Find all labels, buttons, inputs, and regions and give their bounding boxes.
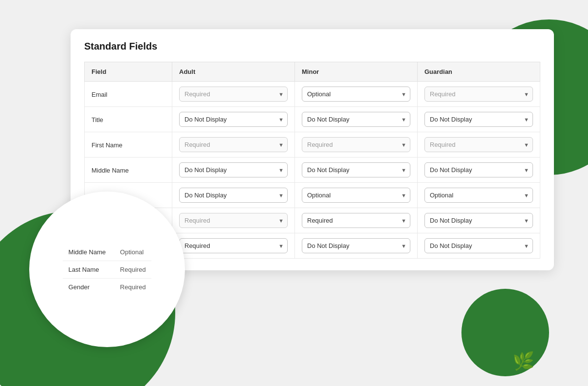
cell-guardian-title[interactable]: RequiredOptionalDo Not Display▼ — [418, 107, 540, 132]
zoom-field-middle-name: Middle Name — [69, 248, 112, 256]
select-minor-email[interactable]: RequiredOptionalDo Not Display — [302, 87, 410, 102]
cell-minor-first-name[interactable]: RequiredOptionalDo Not Display▼ — [295, 132, 418, 158]
cell-guardian-middle-name[interactable]: RequiredOptionalDo Not Display▼ — [418, 158, 540, 183]
field-name-middle-name: Middle Name — [85, 158, 172, 183]
select-guardian-last-name[interactable]: RequiredOptionalDo Not Display — [424, 213, 533, 228]
cell-adult-nickname[interactable]: RequiredOptionalDo Not Display▼ — [172, 183, 295, 208]
field-name-email: Email — [85, 82, 172, 107]
field-label: Email — [92, 91, 108, 98]
cell-guardian-gender[interactable]: RequiredOptionalDo Not Display▼ — [418, 233, 540, 259]
zoom-row-last: Last Name Required — [63, 261, 152, 279]
zoom-circle: Middle Name Optional Last Name Required … — [29, 192, 185, 347]
select-adult-nickname[interactable]: RequiredOptionalDo Not Display — [179, 188, 288, 203]
zoom-value-gender: Required — [120, 283, 146, 291]
cell-guardian-first-name[interactable]: RequiredOptionalDo Not Display▼ — [418, 132, 540, 158]
zoom-value-last-name: Required — [120, 266, 146, 273]
select-minor-title[interactable]: RequiredOptionalDo Not Display — [302, 112, 410, 127]
select-wrapper: RequiredOptionalDo Not Display▼ — [424, 87, 533, 102]
cell-minor-middle-name[interactable]: RequiredOptionalDo Not Display▼ — [295, 158, 418, 183]
select-adult-last-name[interactable]: RequiredOptionalDo Not Display — [179, 213, 288, 228]
cell-adult-middle-name[interactable]: RequiredOptionalDo Not Display▼ — [172, 158, 295, 183]
cell-guardian-email[interactable]: RequiredOptionalDo Not Display▼ — [418, 82, 540, 107]
field-name-title: Title — [85, 107, 172, 132]
plant-icon: 🌿 — [513, 351, 534, 371]
cell-adult-gender[interactable]: RequiredOptionalDo Not Display▼ — [172, 233, 295, 259]
card-title: Standard Fields — [84, 41, 540, 52]
select-wrapper: RequiredOptionalDo Not Display▼ — [302, 137, 410, 152]
bg-circle-right-bottom — [461, 289, 549, 376]
header-field: Field — [85, 62, 172, 82]
table-row: EmailRequiredOptionalDo Not Display▼Requ… — [85, 82, 540, 107]
select-adult-title[interactable]: RequiredOptionalDo Not Display — [179, 112, 288, 127]
select-wrapper: RequiredOptionalDo Not Display▼ — [302, 162, 410, 177]
select-wrapper: RequiredOptionalDo Not Display▼ — [179, 188, 288, 203]
select-guardian-email[interactable]: RequiredOptionalDo Not Display — [424, 87, 533, 102]
header-adult: Adult — [172, 62, 295, 82]
zoom-row-middle: Middle Name Optional — [63, 244, 152, 261]
select-wrapper: RequiredOptionalDo Not Display▼ — [424, 213, 533, 228]
select-wrapper: RequiredOptionalDo Not Display▼ — [302, 188, 410, 203]
select-wrapper: RequiredOptionalDo Not Display▼ — [302, 87, 410, 102]
select-wrapper: RequiredOptionalDo Not Display▼ — [424, 188, 533, 203]
table-header-row: Field Adult Minor Guardian — [85, 62, 540, 82]
select-guardian-middle-name[interactable]: RequiredOptionalDo Not Display — [424, 162, 533, 177]
zoom-field-last-name: Last Name — [69, 266, 112, 273]
zoom-field-gender: Gender — [69, 283, 112, 291]
select-wrapper: RequiredOptionalDo Not Display▼ — [179, 238, 288, 253]
select-adult-gender[interactable]: RequiredOptionalDo Not Display — [179, 238, 288, 253]
zoom-value-middle-name: Optional — [120, 248, 144, 256]
select-minor-first-name[interactable]: RequiredOptionalDo Not Display — [302, 137, 410, 152]
select-wrapper: RequiredOptionalDo Not Display▼ — [424, 162, 533, 177]
select-minor-nickname[interactable]: RequiredOptionalDo Not Display — [302, 188, 410, 203]
select-wrapper: RequiredOptionalDo Not Display▼ — [424, 238, 533, 253]
select-adult-first-name[interactable]: RequiredOptionalDo Not Display — [179, 137, 288, 152]
select-minor-middle-name[interactable]: RequiredOptionalDo Not Display — [302, 162, 410, 177]
cell-adult-first-name[interactable]: RequiredOptionalDo Not Display▼ — [172, 132, 295, 158]
select-wrapper: RequiredOptionalDo Not Display▼ — [424, 112, 533, 127]
select-wrapper: RequiredOptionalDo Not Display▼ — [179, 162, 288, 177]
table-row: First NameRequiredOptionalDo Not Display… — [85, 132, 540, 158]
table-row: NicknameRequiredOptionalDo Not Display▼R… — [85, 183, 540, 208]
cell-adult-last-name[interactable]: RequiredOptionalDo Not Display▼ — [172, 208, 295, 233]
field-label: Title — [92, 116, 103, 123]
zoom-row-gender: Gender Required — [63, 279, 152, 296]
cell-adult-title[interactable]: RequiredOptionalDo Not Display▼ — [172, 107, 295, 132]
select-wrapper: RequiredOptionalDo Not Display▼ — [302, 238, 410, 253]
select-wrapper: RequiredOptionalDo Not Display▼ — [179, 213, 288, 228]
select-wrapper: RequiredOptionalDo Not Display▼ — [179, 87, 288, 102]
cell-minor-title[interactable]: RequiredOptionalDo Not Display▼ — [295, 107, 418, 132]
header-minor: Minor — [295, 62, 418, 82]
table-row: TitleRequiredOptionalDo Not Display▼Requ… — [85, 107, 540, 132]
select-minor-last-name[interactable]: RequiredOptionalDo Not Display — [302, 213, 410, 228]
select-guardian-nickname[interactable]: RequiredOptionalDo Not Display — [424, 188, 533, 203]
select-guardian-gender[interactable]: RequiredOptionalDo Not Display — [424, 238, 533, 253]
cell-adult-email[interactable]: RequiredOptionalDo Not Display▼ — [172, 82, 295, 107]
field-name-first-name: First Name — [85, 132, 172, 158]
cell-guardian-last-name[interactable]: RequiredOptionalDo Not Display▼ — [418, 208, 540, 233]
cell-guardian-nickname[interactable]: RequiredOptionalDo Not Display▼ — [418, 183, 540, 208]
table-row: Middle NameRequiredOptionalDo Not Displa… — [85, 158, 540, 183]
select-wrapper: RequiredOptionalDo Not Display▼ — [424, 137, 533, 152]
cell-minor-nickname[interactable]: RequiredOptionalDo Not Display▼ — [295, 183, 418, 208]
cell-minor-email[interactable]: RequiredOptionalDo Not Display▼ — [295, 82, 418, 107]
select-wrapper: RequiredOptionalDo Not Display▼ — [179, 137, 288, 152]
select-wrapper: RequiredOptionalDo Not Display▼ — [302, 213, 410, 228]
field-label: First Name — [92, 141, 123, 149]
cell-minor-gender[interactable]: RequiredOptionalDo Not Display▼ — [295, 233, 418, 259]
header-guardian: Guardian — [418, 62, 540, 82]
select-adult-email[interactable]: RequiredOptionalDo Not Display — [179, 87, 288, 102]
select-wrapper: RequiredOptionalDo Not Display▼ — [302, 112, 410, 127]
cell-minor-last-name[interactable]: RequiredOptionalDo Not Display▼ — [295, 208, 418, 233]
select-minor-gender[interactable]: RequiredOptionalDo Not Display — [302, 238, 410, 253]
select-wrapper: RequiredOptionalDo Not Display▼ — [179, 112, 288, 127]
select-adult-middle-name[interactable]: RequiredOptionalDo Not Display — [179, 162, 288, 177]
select-guardian-title[interactable]: RequiredOptionalDo Not Display — [424, 112, 533, 127]
select-guardian-first-name[interactable]: RequiredOptionalDo Not Display — [424, 137, 533, 152]
field-label: Middle Name — [92, 167, 129, 174]
